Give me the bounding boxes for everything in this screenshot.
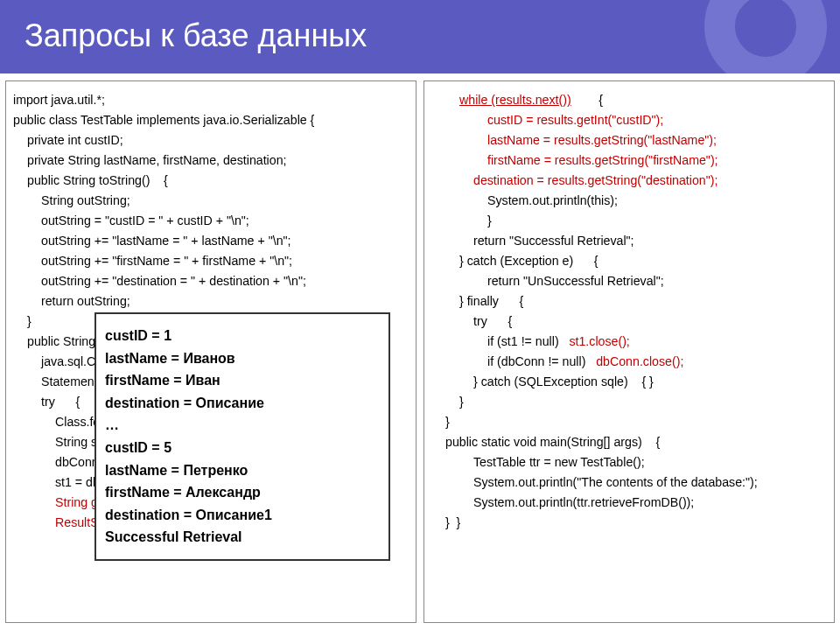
code-line: public static void main(String[] args) { [431, 432, 827, 452]
code-highlight-while: while (results.next()) [459, 93, 571, 107]
code-line: outString += "destination = " + destinat… [13, 271, 409, 291]
content-area: import java.util.*; public class TestTab… [0, 74, 840, 630]
code-line: } } [431, 513, 827, 533]
code-line: System.out.println("The contents of the … [431, 472, 827, 493]
code-line-highlight: custID = results.getInt("custID"); [431, 110, 827, 130]
code-line: outString = "custID = " + custID + "\n"; [13, 211, 409, 231]
code-line: } catch (Exception e) { [431, 251, 827, 271]
code-line: String outString; [13, 191, 409, 211]
output-line: firstName = Александр [105, 481, 380, 504]
output-line: destination = Описание [105, 392, 380, 415]
code-line: outString += "lastName = " + lastName + … [13, 231, 409, 251]
output-line: lastName = Петренко [105, 459, 380, 482]
code-line: while (results.next()) { [431, 90, 827, 110]
code-line: private int custID; [13, 130, 409, 150]
code-line: if (dbConn != null) dbConn.close(); [431, 352, 827, 372]
output-line: lastName = Иванов [105, 347, 380, 370]
output-line: … [105, 414, 380, 437]
code-line: try { [431, 312, 827, 332]
output-line: Successful Retrieval [105, 526, 380, 549]
code-line: System.out.println(ttr.retrieveFromDB())… [431, 493, 827, 513]
code-line: } catch (SQLException sqle) { } [431, 372, 827, 392]
decorative-circle [704, 0, 827, 74]
code-line-highlight: destination = results.getString("destina… [431, 171, 827, 191]
code-line: return "Successful Retrieval"; [431, 231, 827, 251]
output-line: firstName = Иван [105, 369, 380, 392]
code-line-highlight: lastName = results.getString("lastName")… [431, 130, 827, 150]
code-line: outString += "firstName = " + firstName … [13, 251, 409, 271]
code-line: public String toString() { [13, 171, 409, 191]
code-highlight-close: st1.close(); [569, 334, 629, 348]
code-line: return outString; [13, 291, 409, 312]
code-line: } [431, 211, 827, 231]
code-line: TestTable ttr = new TestTable(); [431, 452, 827, 472]
slide-header: Запросы к базе данных [0, 0, 840, 74]
code-line: import java.util.*; [13, 90, 409, 110]
output-line: custID = 1 [105, 325, 380, 347]
output-overlay: custID = 1 lastName = Иванов firstName =… [94, 312, 390, 561]
code-line: return "UnSuccessful Retrieval"; [431, 271, 827, 291]
code-line: public class TestTable implements java.i… [13, 110, 409, 130]
code-line: if (st1 != null) st1.close(); [431, 332, 827, 352]
code-line: } [431, 412, 827, 432]
code-line: private String lastName, firstName, dest… [13, 150, 409, 171]
code-line: System.out.println(this); [431, 191, 827, 211]
code-highlight-close: dbConn.close(); [596, 354, 683, 368]
output-line: destination = Описание1 [105, 504, 380, 527]
output-line: custID = 5 [105, 437, 380, 459]
code-line-highlight: firstName = results.getString("firstName… [431, 150, 827, 171]
code-line: } [431, 392, 827, 412]
right-code-panel: while (results.next()) { custID = result… [424, 80, 835, 623]
code-line: } finally { [431, 291, 827, 312]
